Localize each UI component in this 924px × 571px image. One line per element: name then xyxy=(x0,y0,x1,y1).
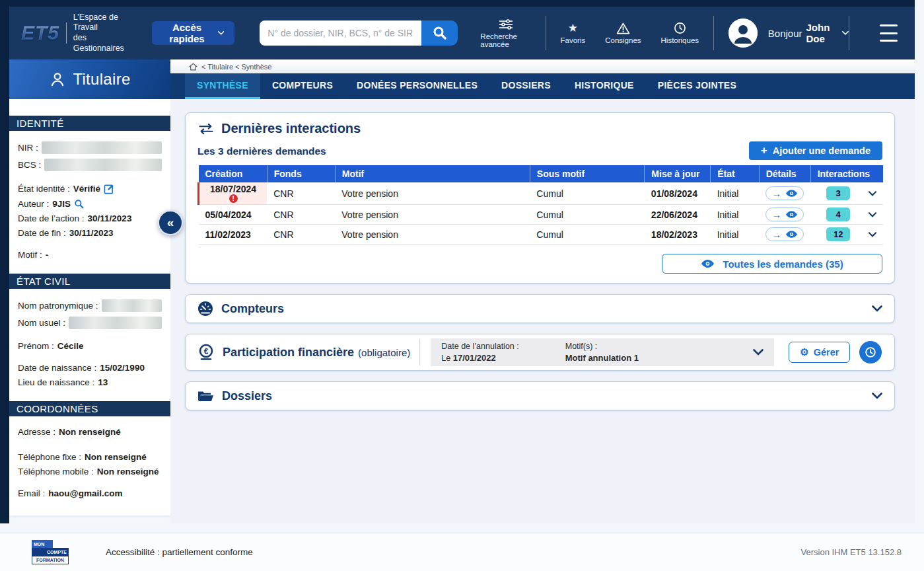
sidebar-title-band: Titulaire xyxy=(9,59,170,99)
app-logo[interactable]: ET5 L’Espace de Travail des Gestionnaire… xyxy=(21,13,124,54)
history-clock-button[interactable] xyxy=(859,341,882,363)
contact-section: Adresse : Non renseigné Téléphone fixe :… xyxy=(9,416,170,512)
tab-synthese[interactable]: SYNTHÈSE xyxy=(185,73,260,99)
all-requests-button[interactable]: Toutes les demandes (35) xyxy=(662,254,882,274)
dossiers-section-bar[interactable]: Dossiers xyxy=(185,381,895,410)
quick-access-button[interactable]: Accès rapides xyxy=(152,21,234,45)
eye-icon[interactable] xyxy=(785,210,798,219)
gerer-button[interactable]: ⚙ Gérer xyxy=(789,342,850,363)
birth-date-field: Date de naissance : 15/02/1990 xyxy=(18,363,162,373)
annulation-motifs-field: Motif(s) : Motif annulation 1 xyxy=(565,340,639,365)
patronymic-redacted-value xyxy=(102,299,162,312)
mobile-field: Téléphone mobile : Non renseigné xyxy=(18,467,162,476)
edit-pencil-icon xyxy=(104,183,115,194)
creation-cell: 11/02/2023 xyxy=(199,225,267,245)
table-header-row: Création Fonds Motif Sous motif Mise à j… xyxy=(199,165,884,182)
hamburger-menu-button[interactable] xyxy=(880,24,898,42)
expand-row-button[interactable] xyxy=(869,232,876,237)
greeting: Bonjour John Doe xyxy=(768,22,832,44)
table-row: 18/07/2024 ! CNR Votre pension Cumul 01/… xyxy=(199,182,884,205)
participation-title: Participation financière(obligatoire) xyxy=(223,346,410,360)
gauge-icon xyxy=(197,301,213,317)
header-quick-icons: ★ Favoris Consignes Historiques xyxy=(560,22,699,44)
sidebar-collapse-button[interactable]: « xyxy=(158,210,183,235)
tab-compteurs[interactable]: COMPTEURS xyxy=(260,73,345,99)
consignes-button[interactable]: Consignes xyxy=(605,22,641,44)
version-label: Version IHM ET5 13.152.8 xyxy=(801,547,902,557)
birth-place-field: Lieu de naissance : 13 xyxy=(18,377,162,387)
expand-row-button[interactable] xyxy=(869,212,876,217)
main-tabs: SYNTHÈSE COMPTEURS DONÉES PERSONNELLES D… xyxy=(170,73,915,99)
chevron-down-icon xyxy=(869,232,876,237)
go-to-icon[interactable]: → xyxy=(771,229,781,239)
plus-icon: + xyxy=(761,144,767,157)
motif-cell: Votre pension xyxy=(335,182,530,205)
tab-historique[interactable]: HISTORIQUE xyxy=(563,73,646,99)
go-to-icon[interactable]: → xyxy=(771,209,781,219)
tab-pieces-jointes[interactable]: PIÈCES JOINTES xyxy=(646,73,748,99)
motif-cell: Votre pension xyxy=(335,225,530,245)
sous-motif-cell: Cumul xyxy=(530,182,645,205)
details-cell: → xyxy=(759,182,810,205)
fonds-cell: CNR xyxy=(267,225,335,245)
etat-cell: Initial xyxy=(711,225,760,245)
details-button[interactable]: → xyxy=(765,227,804,241)
sidebar-title: Titulaire xyxy=(73,70,130,89)
tab-donees-personnelles[interactable]: DONÉES PERSONNELLES xyxy=(345,73,489,99)
col-sous-motif: Sous motif xyxy=(530,165,645,182)
search-input[interactable] xyxy=(260,20,421,46)
advanced-search-button[interactable]: Recherche avancée xyxy=(480,19,530,48)
bcs-redacted-value xyxy=(44,159,162,171)
expand-row-button[interactable] xyxy=(869,191,876,196)
star-icon: ★ xyxy=(568,22,578,34)
participation-section-bar: € Participation financière(obligatoire) … xyxy=(185,334,895,371)
edit-identity-state-button[interactable] xyxy=(104,183,115,194)
identity-state-field: État identité : Vérifié xyxy=(18,183,162,194)
interaction-count-badge: 4 xyxy=(826,208,850,221)
warning-triangle-icon xyxy=(616,22,630,34)
annulation-date-field: Date de l’annulation : Le 17/01/2022 xyxy=(441,340,518,365)
window-frame-left xyxy=(0,0,9,523)
col-details: Détails xyxy=(759,165,810,182)
details-button[interactable]: → xyxy=(765,208,804,221)
chevron-down-icon[interactable] xyxy=(872,393,882,399)
euro-icon: € xyxy=(197,344,215,361)
chevron-down-icon xyxy=(218,30,224,36)
landline-field: Téléphone fixe : Non renseigné xyxy=(18,452,162,462)
mon-compte-formation-logo: MON COMPTE FORMATION xyxy=(32,540,69,564)
breadcrumb[interactable]: < Titulaire < Synthèse xyxy=(170,59,915,73)
eye-icon[interactable] xyxy=(785,189,798,198)
details-button[interactable]: → xyxy=(765,186,804,200)
usual-name-field: Nom usuel : xyxy=(18,317,162,329)
author-search-button[interactable] xyxy=(74,199,84,209)
favorites-button[interactable]: ★ Favoris xyxy=(560,22,585,44)
maj-cell: 18/02/2023 xyxy=(645,225,711,245)
interactions-title-row: Dernières interactions xyxy=(197,121,882,136)
eye-icon[interactable] xyxy=(785,230,798,239)
compteurs-section-bar[interactable]: Compteurs xyxy=(185,294,895,323)
motif-field: Motif : - xyxy=(18,250,162,260)
clock-icon xyxy=(865,346,876,358)
search-button[interactable] xyxy=(421,20,458,46)
fonds-cell: CNR xyxy=(267,205,335,225)
main-content: Dernières interactions Les 3 dernières d… xyxy=(170,99,915,523)
add-request-button[interactable]: + Ajouter une demande xyxy=(749,141,882,160)
bcs-field: BCS : xyxy=(18,159,162,171)
motif-cell: Votre pension xyxy=(335,205,530,225)
go-to-icon[interactable]: → xyxy=(771,188,781,198)
chevron-down-icon[interactable] xyxy=(753,349,764,356)
email-field: Email : haou@gmail.com xyxy=(18,488,162,498)
user-menu[interactable]: Bonjour John Doe xyxy=(729,19,849,48)
global-search xyxy=(260,20,458,46)
creation-cell: 05/04/2024 xyxy=(199,205,267,225)
nir-field: NIR : xyxy=(18,141,162,154)
tab-dossiers[interactable]: DOSSIERS xyxy=(489,73,563,99)
historiques-button[interactable]: Historiques xyxy=(661,22,699,44)
person-outline-icon xyxy=(49,71,66,88)
person-sidebar: IDENTITÉ NIR : BCS : État identité : Vér… xyxy=(9,99,170,515)
collapse-chevrons-icon: « xyxy=(167,215,174,230)
app-root: ET5 L’Espace de Travail des Gestionnaire… xyxy=(0,0,924,571)
creation-cell-alert: 18/07/2024 ! xyxy=(199,182,267,205)
fonds-cell: CNR xyxy=(267,182,335,205)
chevron-down-icon[interactable] xyxy=(872,305,882,312)
